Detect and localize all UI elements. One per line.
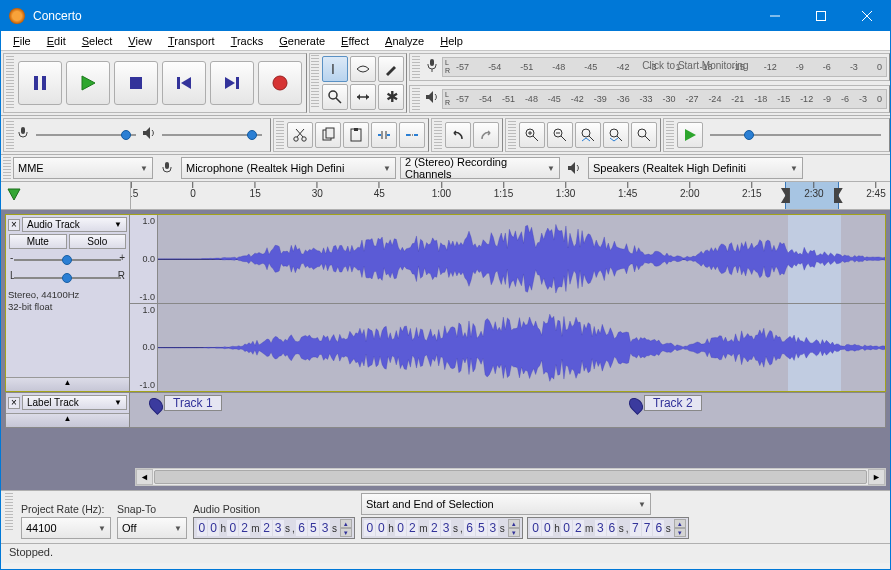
- skip-start-button[interactable]: [162, 61, 206, 105]
- audio-position-field[interactable]: 00h02m23s, 653s▴▾: [193, 517, 355, 539]
- spin-down[interactable]: ▾: [508, 528, 520, 537]
- timeline[interactable]: -1501530451:001:151:301:452:002:152:302:…: [1, 182, 890, 210]
- fit-selection-button[interactable]: [575, 122, 601, 148]
- menu-effect[interactable]: Effect: [333, 33, 377, 49]
- horizontal-scrollbar[interactable]: ◄ ►: [135, 468, 886, 486]
- mute-button[interactable]: Mute: [9, 234, 67, 249]
- selection-start-field[interactable]: 00h02m23s, 653s▴▾: [361, 517, 523, 539]
- grip-icon[interactable]: [276, 121, 284, 149]
- play-button[interactable]: [66, 61, 110, 105]
- recording-device-select[interactable]: Microphone (Realtek High Defini▼: [181, 157, 396, 179]
- zoom-tool[interactable]: [322, 84, 348, 110]
- vertical-ruler[interactable]: 1.0 0.0 -1.0: [130, 215, 158, 303]
- label-text[interactable]: Track 1: [164, 395, 222, 411]
- snap-to-select[interactable]: Off▼: [117, 517, 187, 539]
- spin-up[interactable]: ▴: [674, 519, 686, 528]
- fit-project-button[interactable]: [603, 122, 629, 148]
- grip-icon[interactable]: [412, 88, 420, 110]
- menu-view[interactable]: View: [120, 33, 160, 49]
- zoom-in-button[interactable]: [519, 122, 545, 148]
- cut-button[interactable]: [287, 122, 313, 148]
- grip-icon[interactable]: [434, 121, 442, 149]
- menu-edit[interactable]: Edit: [39, 33, 74, 49]
- play-at-speed-button[interactable]: [677, 122, 703, 148]
- trim-button[interactable]: [371, 122, 397, 148]
- solo-button[interactable]: Solo: [69, 234, 127, 249]
- selection-handle-left[interactable]: [781, 188, 790, 203]
- pause-button[interactable]: [18, 61, 62, 105]
- stop-button[interactable]: [114, 61, 158, 105]
- zoom-out-button[interactable]: [547, 122, 573, 148]
- draw-tool[interactable]: [378, 56, 404, 82]
- selection-end-field[interactable]: 00h02m36s, 776s▴▾: [527, 517, 689, 539]
- grip-icon[interactable]: [311, 55, 319, 107]
- copy-button[interactable]: [315, 122, 341, 148]
- mic-icon[interactable]: [422, 58, 442, 76]
- grip-icon[interactable]: [666, 121, 674, 149]
- recording-volume-slider[interactable]: [36, 129, 136, 141]
- scroll-right-button[interactable]: ►: [868, 469, 885, 485]
- spin-up[interactable]: ▴: [508, 519, 520, 528]
- grip-icon[interactable]: [5, 493, 13, 531]
- grip-icon[interactable]: [412, 56, 420, 78]
- label-text[interactable]: Track 2: [644, 395, 702, 411]
- grip-icon[interactable]: [6, 56, 14, 110]
- menu-tracks[interactable]: Tracks: [223, 33, 272, 49]
- label-track-body[interactable]: Track 1 Track 2: [130, 393, 885, 427]
- waveform-left[interactable]: [158, 215, 885, 303]
- track-menu-button[interactable]: Audio Track▼: [22, 217, 127, 232]
- playback-speed-slider[interactable]: [710, 129, 881, 141]
- close-button[interactable]: [844, 1, 890, 31]
- track-close-button[interactable]: ×: [8, 219, 20, 231]
- spin-down[interactable]: ▾: [340, 528, 352, 537]
- menu-file[interactable]: File: [5, 33, 39, 49]
- menu-generate[interactable]: Generate: [271, 33, 333, 49]
- timeshift-tool[interactable]: [350, 84, 376, 110]
- grip-icon[interactable]: [6, 121, 14, 149]
- play-meter[interactable]: LR -57-54-51-48-45-42-39-36-33-30-27-24-…: [442, 89, 887, 109]
- track-collapse-button[interactable]: ▲: [6, 377, 129, 391]
- track-menu-button[interactable]: Label Track▼: [22, 395, 127, 410]
- pin-icon[interactable]: [7, 188, 21, 202]
- maximize-button[interactable]: [798, 1, 844, 31]
- zoom-toggle-button[interactable]: [631, 122, 657, 148]
- audio-host-select[interactable]: MME▼: [13, 157, 153, 179]
- spin-up[interactable]: ▴: [340, 519, 352, 528]
- grip-icon[interactable]: [3, 157, 11, 179]
- spin-down[interactable]: ▾: [674, 528, 686, 537]
- recording-channels-select[interactable]: 2 (Stereo) Recording Channels▼: [400, 157, 560, 179]
- redo-button[interactable]: [473, 122, 499, 148]
- record-button[interactable]: [258, 61, 302, 105]
- playback-volume-slider[interactable]: [162, 129, 262, 141]
- timeline-ruler[interactable]: -1501530451:001:151:301:452:002:152:302:…: [131, 182, 890, 209]
- pan-slider[interactable]: L R: [14, 271, 121, 285]
- timeline-gutter[interactable]: [1, 182, 131, 209]
- scroll-left-button[interactable]: ◄: [136, 469, 153, 485]
- label-marker[interactable]: Track 1: [150, 397, 162, 413]
- silence-button[interactable]: [399, 122, 425, 148]
- track-close-button[interactable]: ×: [8, 397, 20, 409]
- playback-device-select[interactable]: Speakers (Realtek High Definiti▼: [588, 157, 803, 179]
- envelope-tool[interactable]: [350, 56, 376, 82]
- selection-handle-right[interactable]: [834, 188, 843, 203]
- track-collapse-button[interactable]: ▲: [6, 413, 129, 427]
- scroll-thumb[interactable]: [154, 470, 867, 484]
- menu-select[interactable]: Select: [74, 33, 121, 49]
- undo-button[interactable]: [445, 122, 471, 148]
- label-marker[interactable]: Track 2: [630, 397, 642, 413]
- multi-tool[interactable]: ✱: [378, 84, 404, 110]
- project-rate-select[interactable]: 44100▼: [21, 517, 111, 539]
- menu-help[interactable]: Help: [432, 33, 471, 49]
- selection-tool[interactable]: I: [322, 56, 348, 82]
- menu-transport[interactable]: Transport: [160, 33, 223, 49]
- waveform-right[interactable]: [158, 304, 885, 392]
- vertical-ruler[interactable]: 1.0 0.0 -1.0: [130, 304, 158, 392]
- skip-end-button[interactable]: [210, 61, 254, 105]
- record-meter[interactable]: LR -57-54-51-48-45-42-31-18-15-12-9-6-30…: [442, 57, 887, 77]
- minimize-button[interactable]: [752, 1, 798, 31]
- speaker-icon[interactable]: [422, 90, 442, 108]
- menu-analyze[interactable]: Analyze: [377, 33, 432, 49]
- selection-mode-select[interactable]: Start and End of Selection▼: [361, 493, 651, 515]
- gain-slider[interactable]: - +: [14, 253, 121, 267]
- grip-icon[interactable]: [508, 121, 516, 149]
